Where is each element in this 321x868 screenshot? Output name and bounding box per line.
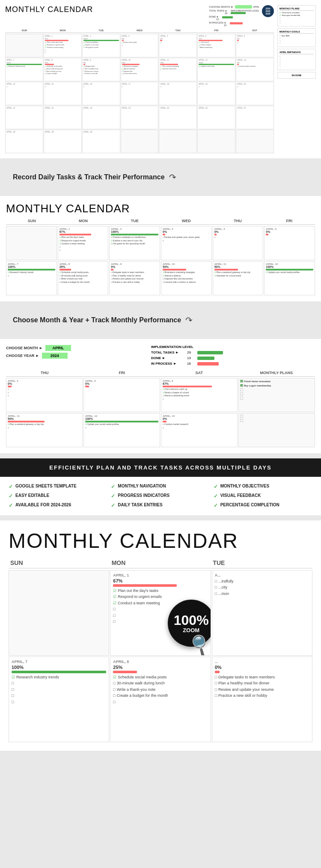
cal-cell-apr16[interactable]: APRIL, 16: [82, 82, 120, 105]
c2-apr8[interactable]: APRIL, 8 25% Schedule social media posts…: [58, 261, 109, 295]
cal-cell-apr11[interactable]: APRIL, 11 50% Plan a weekend getaway Vol…: [159, 58, 197, 81]
c2-apr11[interactable]: APRIL, 11 50% Plan a weekend getaway or …: [213, 261, 264, 295]
birthday-item-4[interactable]: [279, 63, 314, 65]
c2-apr2[interactable]: APRIL, 2 100% Practice meditation or min…: [109, 226, 160, 260]
plan3-6[interactable]: [240, 415, 313, 418]
cal-cell-apr7[interactable]: APRIL, 7 100% Research industry trends: [5, 58, 43, 81]
c3-plans-2: [238, 413, 315, 447]
plan3-cb-2[interactable]: ✓: [240, 384, 243, 387]
cal-cell-empty: [5, 34, 43, 57]
cal-cell-apr1[interactable]: APRIL, 1 67% Plan out the day's tasks Re…: [44, 34, 82, 57]
cal-cell-apr4[interactable]: APRIL, 4 0%: [159, 34, 197, 57]
cal-cell-apr15[interactable]: APRIL, 15: [44, 82, 82, 105]
check-icon-8: ✓: [111, 502, 115, 508]
feature-9: ✓ PERCENTAGE COMPLETION: [214, 502, 312, 508]
cal-cell-apr2[interactable]: APRIL, 2 100% Practice meditation Explor…: [82, 34, 120, 57]
cal-cell-apr24[interactable]: APRIL, 24: [121, 106, 159, 129]
c2-apr9[interactable]: APRIL, 9 0% Delegate tasks to team membe…: [109, 261, 160, 295]
d2-sun: SUN: [6, 219, 57, 223]
c3-apr5[interactable]: APRIL, 5 0%: [83, 378, 160, 412]
cal-cell-apr14[interactable]: APRIL, 14: [5, 82, 43, 105]
day-tue-1: TUE: [82, 29, 120, 32]
cal-cell-apr25[interactable]: APRIL, 25: [159, 106, 197, 129]
cal-cell-apr26[interactable]: APRIL, 26: [197, 106, 235, 129]
day-thu-1: THU: [159, 29, 197, 32]
c4-apr1[interactable]: APRIL, 1 67% Plan out the day's tasks Re…: [110, 570, 211, 656]
birthday-item-3[interactable]: [279, 60, 314, 62]
cal-cell-apr22[interactable]: APRIL, 22: [44, 106, 82, 129]
birthday-item-1[interactable]: [279, 55, 314, 57]
birthday-item-5[interactable]: [279, 65, 314, 68]
plan3-cb-1[interactable]: ✓: [240, 380, 243, 383]
cal-cell-apr9[interactable]: APRIL, 9 0% Delegate tasks Plan a health…: [82, 58, 120, 81]
c3-apr13[interactable]: APRIL, 13 0% Conduct market research: [161, 413, 238, 447]
cal-cell-apr28[interactable]: APRIL, 28: [5, 130, 43, 153]
c3-apr4[interactable]: APRIL, 4 0%: [6, 378, 83, 412]
plan3-4[interactable]: [240, 392, 313, 395]
c2-apr5[interactable]: APRIL, 5 0%: [264, 226, 315, 260]
cal-grid-row2: APRIL, 7 100% Research industry trends A…: [5, 58, 274, 81]
c4-apr7[interactable]: APRIL, 7 100% Research industry trends: [9, 657, 109, 742]
cal-cell-apr3[interactable]: APRIL, 3 0% Review career goals: [121, 34, 159, 57]
plan3-cb-6[interactable]: [240, 415, 243, 418]
pb-apr9: [83, 64, 85, 65]
cal-cell-apr12[interactable]: APRIL, 12 100% Update social media: [197, 58, 235, 81]
cal-cell-apr20[interactable]: APRIL, 20: [236, 82, 274, 105]
c4-tue1[interactable]: A... ...indfully ...city ...mon: [212, 570, 312, 656]
c2-apr1[interactable]: APRIL, 1 67% Plan out the day's tasks Re…: [58, 226, 109, 260]
c3-apr6[interactable]: APRIL, 6 67% Call a friend to catch up R…: [161, 378, 238, 412]
goal-item-4[interactable]: [279, 42, 314, 45]
cal-cell-apr19[interactable]: APRIL, 19: [197, 82, 235, 105]
stats-col-3: IMPLEMENTATION LEVEL TOTAL TASKS ► 29 DO…: [151, 345, 315, 367]
c2-apr7[interactable]: APRIL, 7 100% Research industry trends: [6, 261, 57, 295]
c3-apr12[interactable]: APRIL, 12 100% Update your social media …: [83, 413, 160, 447]
plan-item-5[interactable]: [279, 22, 314, 24]
cal-cell-apr17[interactable]: APRIL, 17: [121, 82, 159, 105]
cal-cell-apr21[interactable]: APRIL, 21: [5, 106, 43, 129]
cal-cell-apr18[interactable]: APRIL, 18: [159, 82, 197, 105]
plan-item-2[interactable]: Buy a gym membership: [279, 14, 314, 16]
plan3-cb-3[interactable]: [240, 388, 243, 391]
goal-item-1[interactable]: Save $500: [279, 35, 314, 37]
plan-item-4[interactable]: [279, 19, 314, 21]
plan3-cb-4[interactable]: [240, 392, 243, 395]
plan3-1[interactable]: ✓ Finish home renovation: [240, 380, 313, 383]
goal-item-2[interactable]: [279, 37, 314, 39]
plan3-5[interactable]: [240, 397, 313, 400]
cal-cell-apr6[interactable]: APRIL, 6 0%: [236, 34, 274, 57]
month-pill-1[interactable]: [235, 5, 252, 9]
cal-cell-apr13[interactable]: APRIL, 13 0% Conduct market research: [236, 58, 274, 81]
plan-item-1[interactable]: Finish home renovation: [279, 12, 314, 14]
goal-item-3[interactable]: [279, 40, 314, 42]
day-sun-1: SUN: [5, 29, 44, 32]
feature-5: ✓ PROGRESS INDICATORS: [111, 493, 210, 499]
plan3-3[interactable]: [240, 388, 313, 391]
birthday-item-2[interactable]: [279, 58, 314, 60]
plan-item-3[interactable]: [279, 17, 314, 19]
c2-apr3[interactable]: APRIL, 3 0% Review and update your caree…: [161, 226, 212, 260]
check-icon-1: ✓: [9, 484, 13, 490]
cal-cell-apr23[interactable]: APRIL, 23: [82, 106, 120, 129]
c4-apr9[interactable]: ... 0% Delegate tasks to team members Pl…: [212, 657, 312, 742]
c2-apr12[interactable]: APRIL, 12 100% Update your social media …: [264, 261, 315, 295]
choose-month-value-3[interactable]: APRIL: [45, 345, 71, 351]
cal-cell-apr29[interactable]: APRIL, 29: [44, 130, 82, 153]
c2-apr10[interactable]: APRIL, 10 50% Brainstorm marketing strat…: [161, 261, 212, 295]
plan3-cb-7[interactable]: [240, 419, 243, 422]
pb2-apr1: [59, 234, 91, 235]
c2-apr4[interactable]: APRIL, 4 0%: [213, 226, 264, 260]
plan3-2[interactable]: ✓ Buy a gym membership: [240, 384, 313, 387]
cal-cell-apr27[interactable]: APRIL, 27: [236, 106, 274, 129]
cal-cell-apr5[interactable]: APRIL, 5 67% Call a friend Read a chapte…: [197, 34, 235, 57]
cal-cell-apr30[interactable]: APRIL, 30: [82, 130, 120, 153]
c3-apr11[interactable]: APRIL, 11 50% Plan a weekend getaway or …: [6, 413, 83, 447]
choose-year-value-3[interactable]: 2024: [42, 353, 68, 359]
pb2-apr3: [163, 234, 165, 235]
cal3-row1: APRIL, 4 0% APRIL, 5 0% APRIL, 6 67% C: [6, 378, 315, 412]
plan3-cb-5[interactable]: [240, 397, 243, 400]
c4-apr8[interactable]: APRIL, 8 25% Schedule social media posts…: [110, 657, 211, 742]
cal-cell-apr10[interactable]: APRIL, 10 50% Brainstorm strategies Atte…: [121, 58, 159, 81]
divider-1: [0, 158, 321, 163]
plan3-7[interactable]: [240, 419, 313, 422]
cal-cell-apr8[interactable]: APRIL, 8 25% Schedule social media 30-mi…: [44, 58, 82, 81]
